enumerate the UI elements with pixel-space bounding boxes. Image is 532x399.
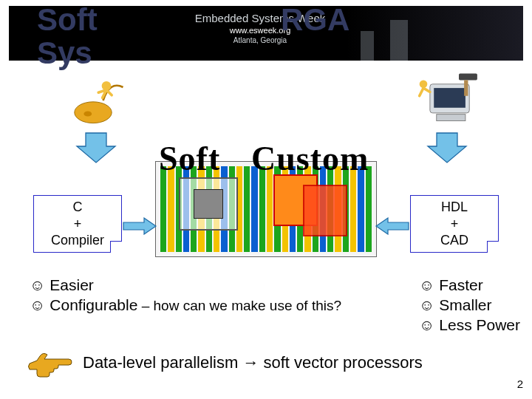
custom-hw-block: [273, 174, 355, 247]
conclusion-text: Data-level parallelism → soft vector pro…: [83, 353, 423, 372]
flow-left-l3: Compiler: [34, 232, 121, 249]
smiley-icon: ☺: [30, 276, 45, 293]
illustration-row: [0, 71, 532, 123]
svg-rect-7: [464, 80, 468, 95]
flow-left-l1: C: [34, 199, 121, 216]
soft-label: Soft: [159, 139, 220, 178]
header-banner: Embedded Systems Week www.esweek.org Atl…: [9, 6, 523, 61]
banner-line2: www.esweek.org: [149, 26, 371, 35]
flow-box-c-compiler: C + Compiler: [33, 195, 122, 253]
smiley-icon: ☺: [419, 276, 434, 293]
banner-line3: Atlanta, Georgia: [149, 36, 371, 44]
benefits-row: ☺ Easier ☺ Configurable – how can we mak…: [30, 276, 520, 336]
smiley-icon: ☺: [419, 316, 434, 333]
skyline-graphic: [346, 6, 523, 61]
flow-box-hdl-cad: HDL + CAD: [410, 195, 499, 253]
arrow-down-right-icon: [425, 132, 469, 164]
flow-right-l2: +: [411, 216, 498, 233]
benefit-faster: ☺ Faster: [419, 276, 520, 294]
soft-processor-block: [179, 177, 238, 231]
slide-number: 2: [517, 378, 523, 390]
benefit-lesspower: ☺ Less Power: [419, 316, 520, 334]
svg-rect-6: [459, 74, 477, 81]
flow-right-l1: HDL: [411, 199, 498, 216]
benefit-configurable: ☺ Configurable – how can we make use of …: [30, 296, 341, 314]
pointing-hand-icon: [27, 353, 72, 380]
smiley-icon: ☺: [30, 296, 45, 313]
custom-label: Custom: [251, 139, 369, 178]
svg-rect-4: [434, 88, 466, 108]
flow-left-l2: +: [34, 216, 121, 233]
benefits-left: ☺ Easier ☺ Configurable – how can we mak…: [30, 276, 341, 336]
banner-line1: Embedded Systems Week: [149, 12, 371, 24]
svg-point-0: [75, 102, 112, 123]
page-fold-icon: [110, 241, 122, 253]
flow-arrow-left-icon: [122, 217, 157, 235]
page-fold-icon: [487, 241, 499, 253]
hammer-pc-icon: [406, 71, 488, 130]
benefit-smaller: ☺ Smaller: [419, 296, 520, 314]
svg-rect-5: [437, 115, 466, 121]
benefits-right: ☺ Faster ☺ Smaller ☺ Less Power: [419, 276, 520, 336]
benefit-easier: ☺ Easier: [30, 276, 341, 294]
flow-arrow-right-icon: [375, 217, 410, 235]
banner-text: Embedded Systems Week www.esweek.org Atl…: [149, 12, 371, 44]
arrow-down-left-icon: [74, 132, 118, 164]
smiley-icon: ☺: [419, 296, 434, 313]
flow-right-l3: CAD: [411, 232, 498, 249]
mouse-figure-icon: [66, 71, 133, 130]
svg-point-1: [83, 111, 92, 116]
